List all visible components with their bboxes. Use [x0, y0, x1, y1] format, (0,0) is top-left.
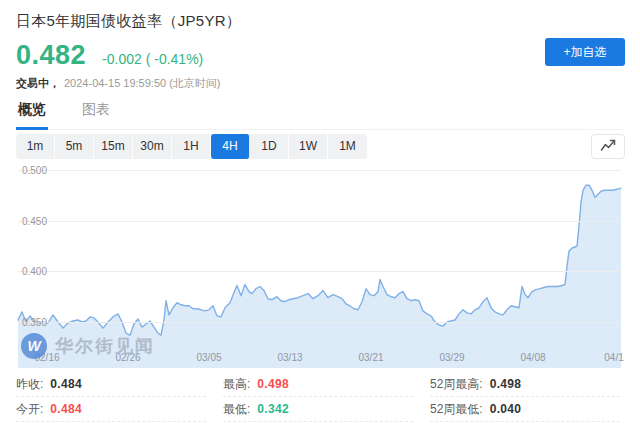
- stat-value: 0.484: [50, 402, 82, 416]
- chart-toolbar: 1m5m15m30m1H4H1D1W1M: [16, 134, 625, 159]
- x-axis-label: 02/26: [115, 352, 140, 363]
- range-buttons: 1m5m15m30m1H4H1D1W1M: [16, 134, 367, 159]
- price-chart[interactable]: 0.5000.4500.4000.350 02/1602/2603/0503/1…: [0, 162, 640, 368]
- range-button-1m[interactable]: 1M: [328, 134, 367, 159]
- range-button-5m[interactable]: 5m: [55, 134, 94, 159]
- y-axis-label: 0.350: [0, 317, 47, 328]
- last-price: 0.482: [16, 40, 86, 71]
- gridline: [18, 322, 621, 323]
- stat-value: 0.484: [50, 377, 82, 391]
- gridline: [18, 170, 621, 171]
- y-axis-label: 0.450: [0, 215, 47, 226]
- market-status: 交易中，: [16, 76, 60, 91]
- price-row: 0.482 -0.002 ( -0.41%): [16, 40, 241, 71]
- stat-value: 0.342: [257, 402, 289, 416]
- range-button-1w[interactable]: 1W: [289, 134, 328, 159]
- range-button-1d[interactable]: 1D: [250, 134, 289, 159]
- stat-label: 昨收:: [16, 376, 43, 393]
- tab-overview[interactable]: 概览: [16, 101, 48, 130]
- stat-cell: 最低:0.342: [223, 397, 413, 422]
- gridline: [18, 221, 621, 222]
- stat-label: 最高:: [223, 376, 250, 393]
- quote-header: 日本5年期国债收益率（JP5YR） 0.482 -0.002 ( -0.41%)…: [16, 12, 241, 91]
- stat-value: 0.498: [490, 377, 522, 391]
- stat-cell: 52周最低:0.040: [430, 397, 620, 422]
- add-watchlist-button[interactable]: +加自选: [545, 38, 625, 66]
- x-axis-label: 03/21: [358, 352, 383, 363]
- chart-style-button[interactable]: [591, 134, 625, 159]
- line-chart-icon: [600, 138, 617, 156]
- stats-grid: 昨收:0.484最高:0.49852周最高:0.498今开:0.484最低:0.…: [16, 372, 620, 422]
- range-button-15m[interactable]: 15m: [94, 134, 133, 159]
- quote-timestamp: 2024-04-15 19:59:50 (北京时间): [64, 76, 221, 91]
- market-status-row: 交易中， 2024-04-15 19:59:50 (北京时间): [16, 76, 241, 91]
- stat-label: 52周最低:: [430, 401, 483, 418]
- stat-value: 0.498: [257, 377, 289, 391]
- stat-label: 今开:: [16, 401, 43, 418]
- x-axis-label: 04/1: [604, 352, 623, 363]
- stat-label: 最低:: [223, 401, 250, 418]
- tab-chart[interactable]: 图表: [80, 101, 112, 129]
- stat-cell: 最高:0.498: [223, 372, 413, 397]
- stat-cell: 52周最高:0.498: [430, 372, 620, 397]
- range-button-4h[interactable]: 4H: [211, 134, 250, 159]
- stat-cell: 昨收:0.484: [16, 372, 206, 397]
- gridline: [18, 271, 621, 272]
- x-axis-label: 02/16: [34, 352, 59, 363]
- x-axis-label: 03/13: [277, 352, 302, 363]
- range-button-30m[interactable]: 30m: [133, 134, 172, 159]
- y-axis-label: 0.500: [0, 165, 47, 176]
- stat-label: 52周最高:: [430, 376, 483, 393]
- x-axis-label: 03/29: [439, 352, 464, 363]
- y-axis-label: 0.400: [0, 266, 47, 277]
- x-axis-label: 04/08: [520, 352, 545, 363]
- tab-bar: 概览 图表: [16, 101, 624, 130]
- stat-value: 0.040: [490, 402, 522, 416]
- page-title: 日本5年期国债收益率（JP5YR）: [16, 12, 241, 31]
- range-button-1h[interactable]: 1H: [172, 134, 211, 159]
- price-change: -0.002 ( -0.41%): [102, 51, 203, 67]
- x-axis-label: 03/05: [196, 352, 221, 363]
- stat-cell: 今开:0.484: [16, 397, 206, 422]
- price-chart-canvas[interactable]: [0, 162, 640, 368]
- range-button-1m[interactable]: 1m: [16, 134, 55, 159]
